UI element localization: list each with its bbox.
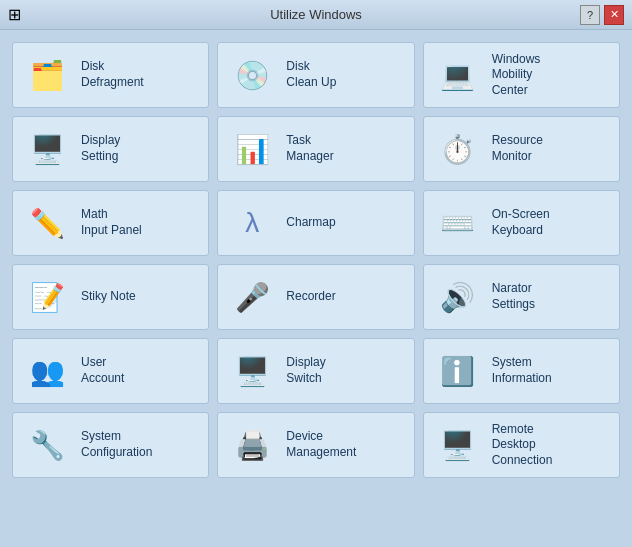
tile-resource-monitor[interactable]: ⏱️Resource Monitor xyxy=(423,116,620,182)
mobility-center-label: Windows Mobility Center xyxy=(492,52,541,99)
task-manager-icon: 📊 xyxy=(228,125,276,173)
onscreen-keyboard-icon: ⌨️ xyxy=(434,199,482,247)
disk-cleanup-icon: 💿 xyxy=(228,51,276,99)
display-setting-icon: 🖥️ xyxy=(23,125,71,173)
display-switch-icon: 🖥️ xyxy=(228,347,276,395)
tile-display-setting[interactable]: 🖥️Display Setting xyxy=(12,116,209,182)
tile-disk-cleanup[interactable]: 💿Disk Clean Up xyxy=(217,42,414,108)
title-bar-left: ⊞ xyxy=(8,5,21,24)
disk-defrag-icon: 🗂️ xyxy=(23,51,71,99)
resource-monitor-icon: ⏱️ xyxy=(434,125,482,173)
tile-disk-defrag[interactable]: 🗂️Disk Defragment xyxy=(12,42,209,108)
windows-icon: ⊞ xyxy=(8,5,21,24)
resource-monitor-label: Resource Monitor xyxy=(492,133,543,164)
sticky-note-label: Stiky Note xyxy=(81,289,136,305)
math-input-icon: ✏️ xyxy=(23,199,71,247)
tile-task-manager[interactable]: 📊Task Manager xyxy=(217,116,414,182)
tile-system-config[interactable]: 🔧System Configuration xyxy=(12,412,209,478)
system-config-label: System Configuration xyxy=(81,429,152,460)
display-setting-label: Display Setting xyxy=(81,133,120,164)
tile-math-input[interactable]: ✏️Math Input Panel xyxy=(12,190,209,256)
tile-onscreen-keyboard[interactable]: ⌨️On-Screen Keyboard xyxy=(423,190,620,256)
narrator-icon: 🔊 xyxy=(434,273,482,321)
tile-user-account[interactable]: 👥User Account xyxy=(12,338,209,404)
math-input-label: Math Input Panel xyxy=(81,207,142,238)
system-info-label: System Information xyxy=(492,355,552,386)
onscreen-keyboard-label: On-Screen Keyboard xyxy=(492,207,550,238)
remote-connection-label: Remote Desktop Connection xyxy=(492,422,553,469)
task-manager-label: Task Manager xyxy=(286,133,333,164)
narrator-label: Narator Settings xyxy=(492,281,535,312)
display-switch-label: Display Switch xyxy=(286,355,325,386)
remote-connection-icon: 🖥️ xyxy=(434,421,482,469)
tile-recorder[interactable]: 🎤Recorder xyxy=(217,264,414,330)
tile-charmap[interactable]: λCharmap xyxy=(217,190,414,256)
system-config-icon: 🔧 xyxy=(23,421,71,469)
tiles-grid: 🗂️Disk Defragment💿Disk Clean Up💻Windows … xyxy=(12,42,620,478)
device-management-icon: 🖨️ xyxy=(228,421,276,469)
tile-system-info[interactable]: ℹ️System Information xyxy=(423,338,620,404)
sticky-note-icon: 📝 xyxy=(23,273,71,321)
user-account-icon: 👥 xyxy=(23,347,71,395)
tile-sticky-note[interactable]: 📝Stiky Note xyxy=(12,264,209,330)
tile-narrator[interactable]: 🔊Narator Settings xyxy=(423,264,620,330)
tile-display-switch[interactable]: 🖥️Display Switch xyxy=(217,338,414,404)
device-management-label: Device Management xyxy=(286,429,356,460)
mobility-center-icon: 💻 xyxy=(434,51,482,99)
disk-defrag-label: Disk Defragment xyxy=(81,59,144,90)
close-button[interactable]: ✕ xyxy=(604,5,624,25)
main-content: 🗂️Disk Defragment💿Disk Clean Up💻Windows … xyxy=(0,30,632,547)
tile-device-management[interactable]: 🖨️Device Management xyxy=(217,412,414,478)
system-info-icon: ℹ️ xyxy=(434,347,482,395)
tile-mobility-center[interactable]: 💻Windows Mobility Center xyxy=(423,42,620,108)
tile-remote-connection[interactable]: 🖥️Remote Desktop Connection xyxy=(423,412,620,478)
charmap-icon: λ xyxy=(228,199,276,247)
charmap-label: Charmap xyxy=(286,215,335,231)
window-title: Utilize Windows xyxy=(270,7,362,22)
disk-cleanup-label: Disk Clean Up xyxy=(286,59,336,90)
recorder-icon: 🎤 xyxy=(228,273,276,321)
title-bar: ⊞ Utilize Windows ? ✕ xyxy=(0,0,632,30)
user-account-label: User Account xyxy=(81,355,124,386)
title-bar-buttons: ? ✕ xyxy=(580,5,624,25)
help-button[interactable]: ? xyxy=(580,5,600,25)
recorder-label: Recorder xyxy=(286,289,335,305)
